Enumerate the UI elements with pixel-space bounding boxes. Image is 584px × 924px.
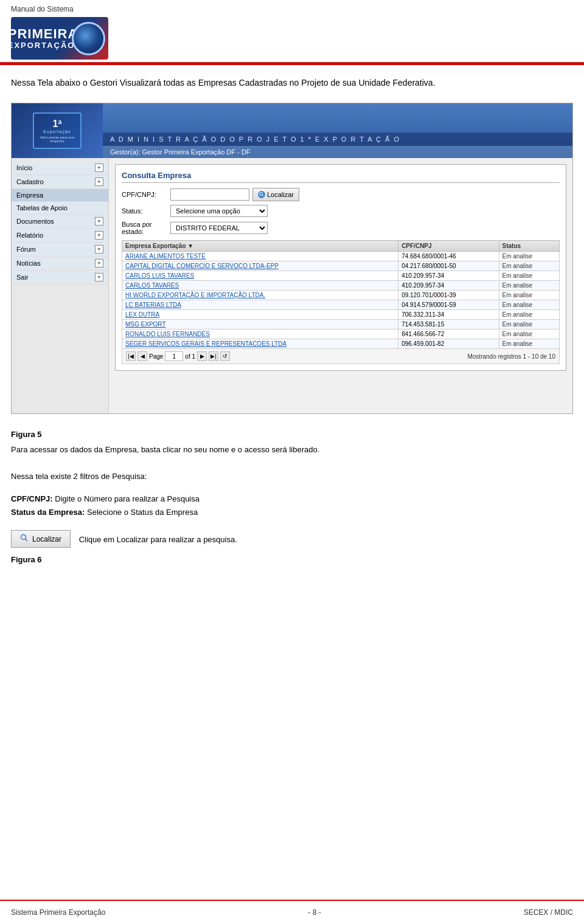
- sidebar-item-tabelas[interactable]: Tabelas de Apoio: [12, 202, 108, 215]
- screenshot-container: 1ª Exportação Abrir portas para sua empr…: [11, 103, 573, 414]
- estado-row: Busca por estado: DISTRITO FEDERAL: [122, 221, 560, 235]
- col-empresa: Empresa Exportação ▼: [122, 241, 398, 252]
- sidebar-item-sair[interactable]: Sair +: [12, 271, 108, 284]
- cell-cpf: 410.209.957-34: [398, 281, 499, 291]
- sidebar-icon-documentos: +: [95, 217, 103, 226]
- empresa-link[interactable]: CAPITAL DIGITAL COMERCIO E SERVOÇO LTDA-…: [125, 263, 279, 269]
- empresa-link[interactable]: LEX DUTRA: [125, 311, 159, 318]
- table-row: MSG EXPORT714.453.581-15Em analise: [122, 320, 560, 329]
- sidebar-label-empresa: Empresa: [16, 191, 43, 199]
- logo-container: PRIMEIRA EXPORTAÇÃO: [11, 17, 573, 60]
- cell-status: Em analise: [499, 329, 559, 339]
- cpf-input[interactable]: [170, 188, 249, 201]
- sidebar-item-noticias[interactable]: Notícias +: [12, 257, 108, 271]
- cell-status: Em analise: [499, 252, 559, 261]
- cpf-row: CPF/CNPJ: Localizar: [122, 188, 560, 201]
- app-sidebar: Início + Cadastro + Empresa Tabelas de A…: [12, 158, 109, 413]
- table-head: Empresa Exportação ▼ CPF/CNPJ Status: [122, 241, 560, 252]
- consulta-title: Consulta Empresa: [122, 171, 560, 183]
- empresa-link[interactable]: CARLOS TAVARES: [125, 282, 179, 289]
- filter-cpf-text: Digite o Número para realizar a Pesquisa: [55, 494, 200, 503]
- cell-empresa: CARLOS LUIS TAVARES: [122, 271, 398, 281]
- sidebar-label-forum: Fórum: [16, 246, 36, 253]
- empresa-link[interactable]: MSG EXPORT: [125, 321, 166, 328]
- cell-status: Em analise: [499, 281, 559, 291]
- figure5-section: Figura 5 Para acessar os dados da Empres…: [0, 424, 584, 470]
- logo-text-exportacao: EXPORTAÇÃO: [11, 41, 78, 50]
- globe-icon: [72, 22, 105, 55]
- page-header: Manual do Sistema PRIMEIRA EXPORTAÇÃO: [0, 0, 584, 63]
- footer-left: Sistema Primeira Exportação: [11, 908, 105, 917]
- sidebar-item-cadastro[interactable]: Cadastro +: [12, 175, 108, 189]
- svg-line-1: [262, 195, 263, 196]
- status-select[interactable]: Selecione uma opção Em analise: [170, 205, 268, 217]
- page-footer: Sistema Primeira Exportação - 8 - SECEX …: [0, 900, 584, 924]
- empresa-link[interactable]: ARIANE ALIMENTOS TESTE: [125, 253, 206, 260]
- localizar-label: Localizar: [267, 191, 294, 198]
- empresa-link[interactable]: SEGER SERVICOS GERAIS E REPRESENTACOES L…: [125, 340, 287, 347]
- cell-cpf: 04.914.579/0001-59: [398, 300, 499, 310]
- estado-select[interactable]: DISTRITO FEDERAL: [170, 222, 268, 234]
- col-status: Status: [499, 241, 559, 252]
- page-label: Page: [149, 353, 163, 360]
- sidebar-icon-noticias: +: [95, 259, 103, 267]
- table-body: ARIANE ALIMENTOS TESTE74.684.680/0001-46…: [122, 252, 560, 349]
- empresa-link[interactable]: HI WORLD EXPORTAÇÃO E IMPORTAÇÃO LTDA.: [125, 292, 265, 298]
- sidebar-label-tabelas: Tabelas de Apoio: [16, 204, 68, 212]
- app-logo-box: 1ª Exportação Abrir portas para sua empr…: [33, 112, 82, 149]
- cell-cpf: 841.466.566-72: [398, 329, 499, 339]
- table-header-row: Empresa Exportação ▼ CPF/CNPJ Status: [122, 241, 560, 252]
- empresa-link[interactable]: CARLOS LUIS TAVARES: [125, 272, 194, 279]
- cpf-label: CPF/CNPJ:: [122, 191, 170, 198]
- cell-empresa: CAPITAL DIGITAL COMERCIO E SERVOÇO LTDA-…: [122, 261, 398, 271]
- localizar-standalone-button[interactable]: Localizar: [11, 530, 71, 548]
- filter-status-text: Selecione o Status da Empresa: [87, 508, 198, 517]
- sidebar-icon-relatorio: +: [95, 231, 103, 240]
- svg-line-3: [26, 539, 28, 542]
- cell-status: Em analise: [499, 271, 559, 281]
- table-row: CAPITAL DIGITAL COMERCIO E SERVOÇO LTDA-…: [122, 261, 560, 271]
- sidebar-item-empresa[interactable]: Empresa: [12, 189, 108, 202]
- cell-empresa: CARLOS TAVARES: [122, 281, 398, 291]
- sidebar-item-relatorio[interactable]: Relatório +: [12, 229, 108, 243]
- filter-intro: Nessa tela existe 2 filtros de Pesquisa:: [11, 470, 573, 483]
- footer-center: - 8 -: [308, 908, 321, 917]
- empresa-link[interactable]: RONALDO LUIS FERNANDES: [125, 331, 210, 337]
- app-main: Consulta Empresa CPF/CNPJ: Localizar Sta…: [109, 158, 572, 413]
- table-row: LEX DUTRA706.332.311-34Em analise: [122, 310, 560, 320]
- sidebar-item-documentos[interactable]: Documentos +: [12, 215, 108, 229]
- table-row: RONALDO LUIS FERNANDES841.466.566-72Em a…: [122, 329, 560, 339]
- cell-empresa: ARIANE ALIMENTOS TESTE: [122, 252, 398, 261]
- cell-cpf: 74.684.680/0001-46: [398, 252, 499, 261]
- filter-cpf-label: CPF/CNPJ:: [11, 494, 53, 503]
- refresh-btn[interactable]: ↺: [220, 351, 230, 361]
- logo-box: PRIMEIRA EXPORTAÇÃO: [11, 17, 108, 60]
- cell-cpf: 09.120.701/0001-39: [398, 291, 499, 300]
- figure6-label: Figura 6: [0, 553, 584, 571]
- empresa-link[interactable]: LC BATERIAS LTDA: [125, 302, 181, 308]
- filter-section: Nessa tela existe 2 filtros de Pesquisa:…: [0, 470, 584, 525]
- footer-right: SECEX / MDIC: [524, 908, 573, 917]
- col-cpf: CPF/CNPJ: [398, 241, 499, 252]
- logo-text-primeira: PRIMEIRA: [11, 27, 78, 41]
- cell-status: Em analise: [499, 261, 559, 271]
- cell-empresa: MSG EXPORT: [122, 320, 398, 329]
- localizar-button[interactable]: Localizar: [252, 188, 299, 201]
- intro-section: Nessa Tela abaixo o Gestori Visualizará …: [0, 65, 584, 97]
- cell-status: Em analise: [499, 310, 559, 320]
- app-admin-bar: A d m i n i s t r a ç ã o d o P r o j e …: [103, 133, 572, 146]
- filter-status-label: Status da Empresa:: [11, 508, 85, 517]
- pagination-showing: Mostrando registros 1 - 10 de 10: [467, 353, 555, 360]
- last-page-btn[interactable]: ▶|: [209, 351, 218, 361]
- page-input[interactable]: [165, 351, 183, 361]
- next-page-btn[interactable]: ▶: [197, 351, 207, 361]
- prev-page-btn[interactable]: ◀: [137, 351, 147, 361]
- sidebar-item-inicio[interactable]: Início +: [12, 161, 108, 175]
- app-gestor-bar: Gestor(a): Gestor Primeira Exportação DF…: [103, 146, 572, 158]
- table-row: LC BATERIAS LTDA04.914.579/0001-59Em ana…: [122, 300, 560, 310]
- first-page-btn[interactable]: |◀: [126, 351, 136, 361]
- svg-point-2: [21, 535, 26, 540]
- localizar-standalone-label: Localizar: [32, 535, 61, 543]
- filter-cpf-row: CPF/CNPJ: Digite o Número para realizar …: [11, 492, 573, 506]
- sidebar-item-forum[interactable]: Fórum +: [12, 243, 108, 257]
